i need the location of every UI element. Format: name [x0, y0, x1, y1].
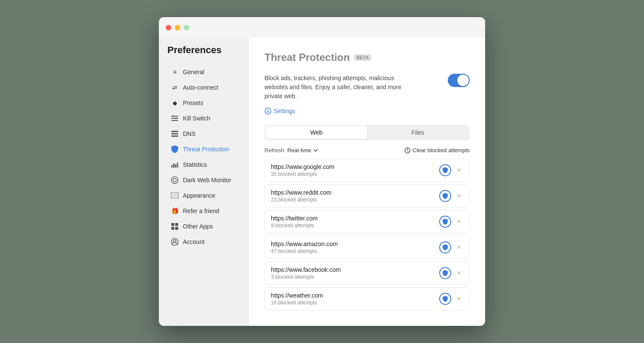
- blocked-item: https://weather.com 16 blocked attempts …: [264, 287, 470, 310]
- shield-button[interactable]: [439, 164, 451, 176]
- blocked-actions: ×: [439, 267, 463, 279]
- shield-icon: [443, 296, 448, 302]
- blocked-url: https://www.google.com: [271, 163, 334, 170]
- svg-rect-19: [175, 227, 178, 230]
- sidebar-item-label: Refer a friend: [183, 208, 219, 214]
- page-title: Threat Protection: [264, 51, 350, 63]
- minimize-button[interactable]: [175, 25, 180, 30]
- tab-files[interactable]: Files: [367, 126, 468, 139]
- svg-rect-5: [171, 131, 178, 132]
- tab-web[interactable]: Web: [266, 126, 367, 139]
- svg-point-21: [173, 240, 176, 242]
- kill-switch-icon: [171, 114, 179, 122]
- shield-button[interactable]: [439, 241, 451, 253]
- svg-point-12: [171, 177, 178, 184]
- description-row: Block ads, trackers, phishing attempts, …: [264, 74, 470, 101]
- blocked-url: https://www.amazon.com: [271, 241, 338, 247]
- threat-protection-toggle[interactable]: [448, 74, 470, 87]
- app-window: Preferences ≡ General ⇄ Auto-connect ◆ P…: [159, 17, 485, 326]
- blocked-actions: ×: [439, 190, 463, 202]
- sidebar-item-refer-friend[interactable]: 🎁 Refer a friend: [162, 203, 246, 219]
- blocked-info: https://www.amazon.com 47 blocked attemp…: [271, 241, 338, 254]
- sidebar-item-auto-connect[interactable]: ⇄ Auto-connect: [162, 80, 246, 95]
- clear-button-label: Clear blocked attempts: [413, 147, 470, 153]
- settings-link[interactable]: ⊕ Settings: [264, 108, 470, 114]
- shield-icon: [443, 244, 448, 250]
- description-text: Block ads, trackers, phishing attempts, …: [264, 74, 410, 101]
- svg-rect-17: [175, 223, 178, 226]
- settings-circle-icon: ⊕: [264, 108, 271, 114]
- blocked-actions: ×: [439, 293, 463, 305]
- titlebar: [159, 17, 485, 38]
- sidebar-item-label: Presets: [183, 99, 203, 106]
- sidebar-title: Preferences: [159, 45, 249, 64]
- tabs-container: Web Files: [264, 125, 470, 140]
- sidebar-item-label: Dark Web Monitor: [183, 177, 231, 184]
- remove-button[interactable]: ×: [455, 217, 463, 226]
- blocked-list: https://www.google.com 35 blocked attemp…: [264, 159, 470, 310]
- refresh-control: Refresh: Real-time: [264, 147, 318, 153]
- sidebar-item-dns[interactable]: DNS: [162, 126, 246, 141]
- svg-rect-7: [171, 135, 178, 137]
- shield-button[interactable]: [439, 190, 451, 202]
- sidebar-item-threat-protection[interactable]: Threat Protection: [162, 141, 246, 157]
- shield-button[interactable]: [439, 267, 451, 279]
- statistics-icon: [171, 161, 179, 168]
- sidebar-item-dark-web-monitor[interactable]: Dark Web Monitor: [162, 172, 246, 188]
- remove-button[interactable]: ×: [455, 269, 463, 277]
- sidebar-item-label: Kill Switch: [183, 115, 210, 122]
- blocked-item: https://www.reddit.com 23 blocked attemp…: [264, 184, 470, 208]
- blocked-info: https://www.facebook.com 3 blocked attem…: [271, 266, 341, 280]
- shield-button[interactable]: [439, 293, 451, 305]
- svg-rect-11: [177, 162, 179, 168]
- blocked-count: 47 blocked attempts: [271, 248, 338, 254]
- svg-rect-0: [171, 116, 178, 117]
- sidebar-item-label: Account: [183, 238, 205, 245]
- clear-blocked-button[interactable]: Clear blocked attempts: [404, 147, 470, 153]
- sidebar-item-statistics[interactable]: Statistics: [162, 157, 246, 172]
- sidebar-item-general[interactable]: ≡ General: [162, 64, 246, 80]
- shield-button[interactable]: [439, 216, 451, 228]
- sidebar-item-presets[interactable]: ◆ Presets: [162, 95, 246, 111]
- main-content: Threat Protection BETA Block ads, tracke…: [249, 38, 485, 326]
- refer-friend-icon: 🎁: [171, 207, 179, 215]
- sidebar-item-kill-switch[interactable]: Kill Switch: [162, 111, 246, 126]
- remove-button[interactable]: ×: [455, 295, 463, 303]
- sidebar-item-account[interactable]: Account: [162, 234, 246, 250]
- auto-connect-icon: ⇄: [171, 84, 179, 91]
- remove-button[interactable]: ×: [455, 243, 463, 252]
- svg-text:⊕: ⊕: [266, 109, 270, 114]
- sidebar-item-appearance[interactable]: Appearance: [162, 188, 246, 203]
- svg-rect-6: [171, 133, 178, 135]
- settings-link-label: Settings: [273, 108, 295, 114]
- svg-rect-1: [171, 118, 178, 119]
- remove-button[interactable]: ×: [455, 192, 463, 200]
- svg-rect-16: [171, 223, 174, 226]
- chevron-down-icon[interactable]: [313, 148, 318, 153]
- shield-icon: [443, 270, 448, 276]
- sidebar-item-label: Threat Protection: [183, 146, 229, 153]
- svg-point-13: [173, 178, 176, 182]
- general-icon: ≡: [171, 68, 179, 76]
- svg-rect-9: [173, 163, 175, 168]
- blocked-count: 9 blocked attempts: [271, 223, 318, 229]
- content-area: Preferences ≡ General ⇄ Auto-connect ◆ P…: [159, 38, 485, 326]
- svg-rect-4: [176, 117, 176, 119]
- blocked-item: https://www.facebook.com 3 blocked attem…: [264, 262, 470, 285]
- appearance-icon: [171, 192, 179, 199]
- blocked-item: https://www.google.com 35 blocked attemp…: [264, 159, 470, 182]
- sidebar-item-other-apps[interactable]: Other Apps: [162, 219, 246, 234]
- close-button[interactable]: [166, 25, 171, 30]
- blocked-url: https://www.facebook.com: [271, 266, 341, 273]
- blocked-url: https://www.reddit.com: [271, 189, 331, 196]
- blocked-actions: ×: [439, 216, 463, 228]
- sidebar-item-label: General: [183, 69, 204, 75]
- blocked-count: 35 blocked attempts: [271, 171, 334, 177]
- sidebar-item-label: Auto-connect: [183, 84, 219, 91]
- presets-icon: ◆: [171, 99, 179, 107]
- remove-button[interactable]: ×: [455, 166, 463, 175]
- blocked-info: https://www.reddit.com 23 blocked attemp…: [271, 189, 331, 203]
- maximize-button[interactable]: [184, 25, 189, 30]
- blocked-actions: ×: [439, 164, 463, 176]
- sidebar-item-label: Other Apps: [183, 223, 213, 230]
